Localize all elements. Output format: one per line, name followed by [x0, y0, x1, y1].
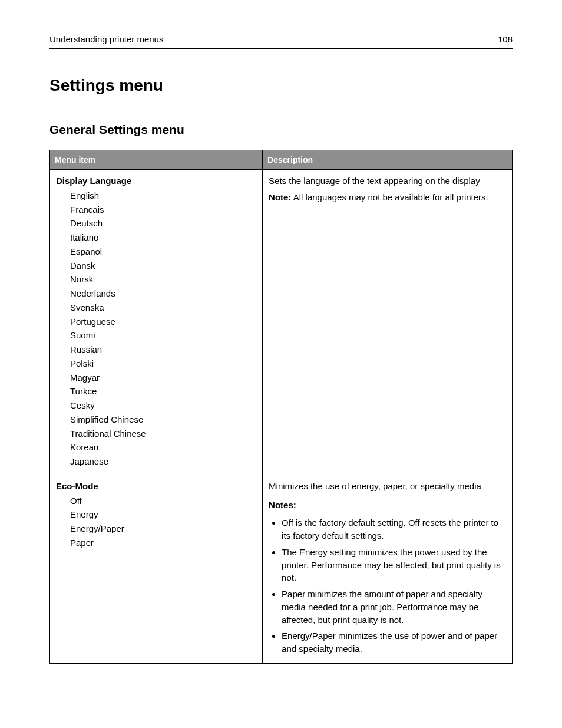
note-text: All languages may not be available for a…	[291, 192, 488, 202]
menu-option: Paper	[70, 536, 256, 550]
menu-option: Polski	[70, 357, 256, 371]
menu-option: Dansk	[70, 259, 256, 273]
menu-item-title: Eco-Mode	[56, 480, 256, 493]
menu-option-list: Off Energy Energy/Paper Paper	[56, 494, 256, 550]
menu-option: Off	[70, 494, 256, 508]
menu-option: Francais	[70, 203, 256, 217]
menu-option: Energy/Paper	[70, 522, 256, 536]
running-title: Understanding printer menus	[49, 33, 163, 46]
menu-item-cell: Eco-Mode Off Energy Energy/Paper Paper	[50, 475, 263, 663]
menu-option: Cesky	[70, 398, 256, 413]
description-cell: Sets the language of the text appearing …	[263, 170, 513, 475]
note-item: Off is the factory default setting. Off …	[282, 515, 506, 544]
description-note: Note: All languages may not be available…	[269, 191, 506, 204]
menu-option-list: English Francais Deutsch Italiano Espano…	[56, 189, 256, 469]
col-header-menu-item: Menu item	[50, 150, 263, 169]
menu-option: Espanol	[70, 245, 256, 259]
menu-option: English	[70, 189, 256, 203]
menu-option: Portuguese	[70, 315, 256, 329]
page-number: 108	[498, 33, 513, 46]
table-row: Display Language English Francais Deutsc…	[50, 170, 513, 475]
description-lead: Sets the language of the text appearing …	[269, 174, 506, 187]
menu-option: Nederlands	[70, 286, 256, 301]
menu-item-title: Display Language	[56, 174, 256, 187]
menu-option: Energy	[70, 508, 256, 522]
section-title: General Settings menu	[49, 121, 513, 139]
page-title: Settings menu	[49, 74, 513, 98]
menu-option: Magyar	[70, 371, 256, 385]
menu-option: Simplified Chinese	[70, 413, 256, 427]
menu-option: Traditional Chinese	[70, 427, 256, 441]
document-page: Understanding printer menus 108 Settings…	[0, 0, 562, 664]
menu-option: Norsk	[70, 272, 256, 286]
menu-option: Korean	[70, 440, 256, 454]
running-header: Understanding printer menus 108	[49, 33, 513, 49]
note-item: Paper minimizes the amount of paper and …	[282, 586, 506, 628]
note-label: Note:	[269, 192, 291, 202]
menu-item-cell: Display Language English Francais Deutsc…	[50, 170, 263, 475]
menu-option: Deutsch	[70, 216, 256, 230]
menu-option: Japanese	[70, 454, 256, 469]
note-item: The Energy setting minimizes the power u…	[282, 544, 506, 586]
table-header-row: Menu item Description	[50, 150, 513, 169]
description-cell: Minimizes the use of energy, paper, or s…	[263, 475, 513, 663]
notes-heading: Notes:	[269, 499, 506, 512]
note-item: Energy/Paper minimizes the use of power …	[282, 628, 506, 657]
menu-option: Svenska	[70, 301, 256, 315]
menu-option: Russian	[70, 342, 256, 357]
menu-option: Suomi	[70, 328, 256, 342]
notes-list: Off is the factory default setting. Off …	[269, 515, 506, 657]
settings-table: Menu item Description Display Language E…	[49, 150, 513, 664]
table-row: Eco-Mode Off Energy Energy/Paper Paper M…	[50, 475, 513, 663]
col-header-description: Description	[263, 150, 513, 169]
menu-option: Italiano	[70, 230, 256, 245]
description-lead: Minimizes the use of energy, paper, or s…	[269, 480, 506, 493]
menu-option: Turkce	[70, 384, 256, 398]
